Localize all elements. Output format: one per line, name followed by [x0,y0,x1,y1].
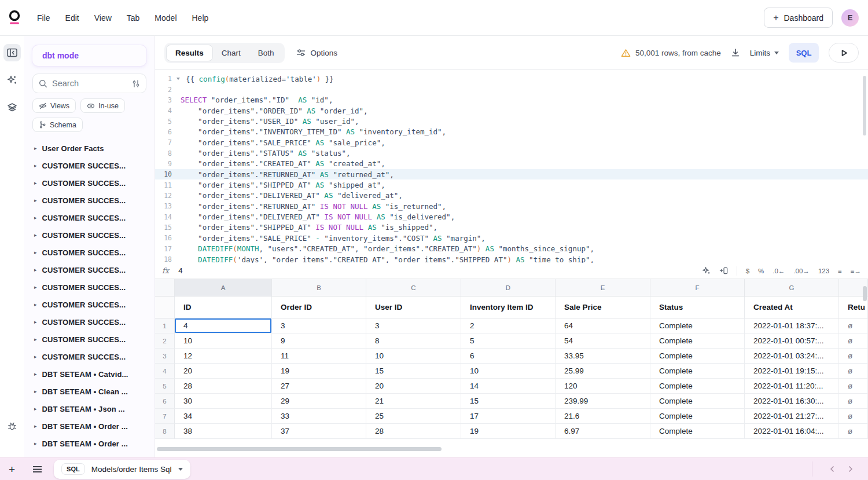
grid-cell[interactable]: 8 [366,334,461,349]
menu-view[interactable]: View [94,13,112,23]
search-input[interactable] [52,79,127,88]
grid-cell[interactable]: 2022-01-01 16:30:... [745,394,839,409]
grid-cell[interactable]: 19 [272,364,366,379]
grid-cell[interactable]: ø [839,364,868,379]
tab-chart[interactable]: Chart [213,45,249,61]
grid-cell[interactable]: 33 [272,409,366,424]
sidebar-item[interactable]: ▸CUSTOMER SUCCES... [32,226,146,244]
grid-cell[interactable]: 5 [461,334,556,349]
field-header[interactable]: Inventory Item ID [461,296,556,318]
grid-cell[interactable]: 25 [366,409,461,424]
grid-cell[interactable]: 12 [175,349,272,364]
insert-cell-icon[interactable] [719,266,728,275]
grid-cell[interactable]: 25.99 [556,364,650,379]
grid-cell[interactable]: Complete [650,394,745,409]
grid-cell[interactable]: 9 [272,334,366,349]
grid-corner[interactable] [155,279,175,296]
grid-cell[interactable]: 239.99 [556,394,650,409]
search-filter-icon[interactable] [132,79,140,88]
vertical-scrollbar[interactable] [863,286,867,301]
tab-results[interactable]: Results [166,45,213,61]
mode-logo[interactable] [7,10,22,26]
tab-both[interactable]: Both [249,45,283,61]
sidebar-item[interactable]: ▸CUSTOMER SUCCES... [32,209,146,226]
grid-cell[interactable]: 6 [461,349,556,364]
increase-decimal-icon[interactable]: .00→ [793,268,810,274]
in-use-filter-chip[interactable]: In-use [80,98,125,113]
grid-cell[interactable]: 2022-01-01 16:04:... [745,424,839,439]
grid-cell[interactable]: 15 [366,364,461,379]
grid-cell[interactable]: 30 [175,394,272,409]
grid-cell[interactable]: 34 [175,409,272,424]
debug-button[interactable] [3,417,21,435]
grid-cell[interactable]: 2022-01-01 03:24:... [745,349,839,364]
column-letter[interactable]: A [175,279,272,296]
horizontal-scrollbar[interactable] [157,447,442,451]
grid-cell[interactable]: 38 [175,424,272,439]
grid-cell[interactable]: ø [839,318,868,334]
menu-tab[interactable]: Tab [127,13,140,23]
menu-file[interactable]: File [37,13,50,23]
grid-cell[interactable]: 64 [556,318,650,334]
grid-cell[interactable]: ø [839,409,868,424]
sidebar-item[interactable]: ▸CUSTOMER SUCCES... [32,244,146,261]
sidebar-item[interactable]: ▸User Order Facts [32,140,146,157]
menu-model[interactable]: Model [155,13,176,23]
grid-cell[interactable]: 19 [461,424,556,439]
sidebar-item[interactable]: ▸DBT SETEAM • Catvid... [32,365,146,383]
field-header[interactable]: Created At [745,296,839,318]
menu-help[interactable]: Help [192,13,209,23]
row-number[interactable]: 1 [155,318,175,334]
grid-cell[interactable]: 4 [175,318,272,334]
grid-cell[interactable]: 11 [272,349,366,364]
align-icon[interactable]: ≡ [838,268,842,274]
percent-icon[interactable]: % [758,268,764,274]
sidebar-item[interactable]: ▸DBT SETEAM • Json ... [32,400,146,417]
grid-cell[interactable]: 28 [175,379,272,394]
grid-cell[interactable]: 20 [175,364,272,379]
grid-cell[interactable]: 15 [461,394,556,409]
grid-cell[interactable]: ø [839,334,868,349]
row-number[interactable]: 5 [155,379,175,394]
datasets-button[interactable] [3,98,21,116]
sidebar-item[interactable]: ▸CUSTOMER SUCCES... [32,192,146,209]
formula-value[interactable]: 4 [178,266,182,275]
grid-cell[interactable]: 3 [366,318,461,334]
editor-scrollbar[interactable] [863,76,866,135]
avatar[interactable]: E [841,9,859,27]
add-tab-button[interactable]: + [9,464,15,475]
column-letter[interactable]: G [745,279,839,296]
grid-cell[interactable]: 29 [272,394,366,409]
sidebar-item[interactable]: ▸CUSTOMER SUCCES... [32,174,146,192]
grid-cell[interactable]: 28 [366,424,461,439]
field-header[interactable]: Order ID [272,296,366,318]
decrease-decimal-icon[interactable]: .0← [773,268,785,274]
grid-cell[interactable]: 2 [461,318,556,334]
field-header[interactable]: Sale Price [556,296,650,318]
grid-cell[interactable]: ø [839,379,868,394]
options-button[interactable]: Options [296,49,338,57]
add-dashboard-button[interactable]: + Dashboard [764,8,833,28]
column-letter[interactable]: B [272,279,366,296]
grid-cell[interactable]: 3 [272,318,366,334]
number-format-icon[interactable]: 123 [818,268,829,274]
row-number[interactable]: 8 [155,424,175,439]
grid-cell[interactable]: 20 [366,379,461,394]
sidebar-item[interactable]: ▸CUSTOMER SUCCES... [32,296,146,313]
grid-cell[interactable]: Complete [650,364,745,379]
field-header[interactable]: Status [650,296,745,318]
grid-cell[interactable]: 2022-01-01 18:37:... [745,318,839,334]
grid-cell[interactable]: 21 [366,394,461,409]
grid-cell[interactable]: 10 [461,364,556,379]
grid-cell[interactable]: Complete [650,349,745,364]
grid-cell[interactable]: 37 [272,424,366,439]
grid-cell[interactable]: 2022-01-01 00:57:... [745,334,839,349]
grid-cell[interactable]: 120 [556,379,650,394]
active-model-tab[interactable]: SQL Models/order Items Sql [54,460,190,479]
sidebar-item[interactable]: ▸CUSTOMER SUCCES... [32,157,146,174]
grid-cell[interactable]: 10 [366,349,461,364]
sidebar-item[interactable]: ▸CUSTOMER SUCCES... [32,279,146,296]
sidebar-item[interactable]: ▸DBT SETEAM • Order ... [32,417,146,435]
sidebar-item[interactable]: ▸CUSTOMER SUCCES... [32,313,146,331]
views-filter-chip[interactable]: Views [32,98,76,113]
